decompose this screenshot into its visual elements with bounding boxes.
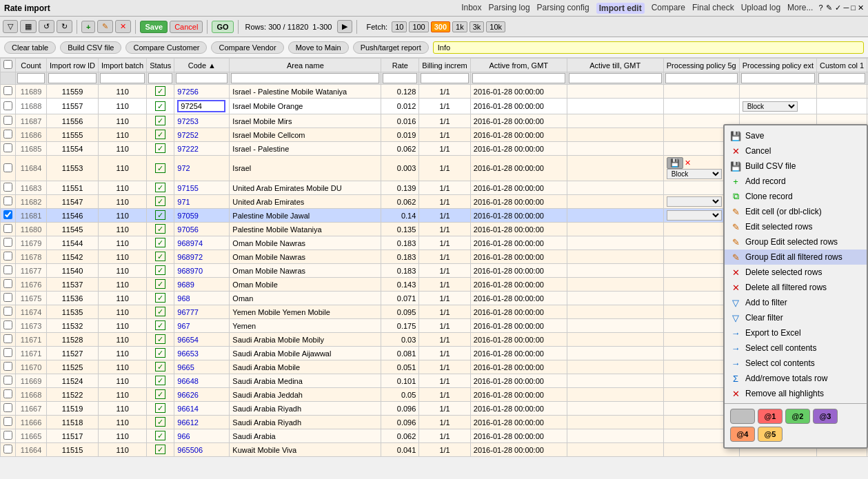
area-name-cell[interactable]: Saudi Arabia Medina: [230, 374, 381, 388]
menu-item-add-record[interactable]: +Add record: [725, 174, 867, 189]
menu-item-group-edit-selected-rows[interactable]: ✎Group Edit selected rows: [725, 234, 867, 249]
active-from-cell[interactable]: 2016-01-28 00:00:00: [470, 209, 567, 223]
fetch-300[interactable]: 300: [431, 21, 450, 32]
active-from-cell[interactable]: 2016-01-28 00:00:00: [470, 319, 567, 333]
nav-parsing-config[interactable]: Parsing config: [537, 3, 589, 14]
menu-item-cancel[interactable]: ✕Cancel: [725, 143, 867, 159]
active-from-cell[interactable]: 2016-01-28 00:00:00: [470, 99, 567, 114]
row-checkbox-cell[interactable]: [1, 429, 16, 443]
rate-cell[interactable]: 0.14: [381, 209, 419, 223]
area-name-cell[interactable]: Israel - Palestine Mobile Wataniya: [230, 85, 381, 99]
row-checkbox[interactable]: [3, 116, 12, 125]
row-checkbox-cell[interactable]: [1, 85, 16, 99]
color-button-default[interactable]: [730, 409, 755, 424]
color-button-@5[interactable]: @5: [758, 427, 783, 442]
code-value[interactable]: 96648: [177, 377, 199, 385]
row-checkbox-cell[interactable]: [1, 195, 16, 209]
active-from-cell[interactable]: 2016-01-28 00:00:00: [470, 388, 567, 402]
active-from-cell[interactable]: 2016-01-28 00:00:00: [470, 429, 567, 443]
code-cell[interactable]: 9665: [174, 360, 230, 374]
menu-item-build-csv-file[interactable]: 💾Build CSV file: [725, 159, 867, 174]
row-checkbox-cell[interactable]: [1, 347, 16, 360]
checkbox-header[interactable]: [1, 59, 16, 72]
proc-5g-clear[interactable]: ✕: [685, 159, 691, 167]
refresh-all-button[interactable]: ↻: [57, 20, 72, 33]
area-name-cell[interactable]: Saudi Arabia Mobile: [230, 360, 381, 374]
select-all-checkbox[interactable]: [3, 60, 12, 69]
proc-5g-select[interactable]: [667, 196, 722, 207]
code-cell[interactable]: 968970: [174, 264, 230, 278]
refresh-button[interactable]: ↺: [39, 20, 54, 33]
nav-upload-log[interactable]: Upload log: [741, 3, 780, 14]
col-header-code[interactable]: Code ▲: [174, 59, 230, 72]
rate-cell[interactable]: 0.135: [381, 223, 419, 236]
proc-ext-select[interactable]: Block: [743, 101, 798, 112]
filter-billing-input[interactable]: [421, 73, 468, 83]
rate-cell[interactable]: 0.096: [381, 416, 419, 429]
code-cell[interactable]: 96653: [174, 347, 230, 360]
help-icon[interactable]: ?: [818, 3, 822, 12]
filter-processing-5g-input[interactable]: [665, 73, 738, 83]
nav-inbox[interactable]: Inbox: [461, 3, 481, 14]
active-from-cell[interactable]: 2016-01-28 00:00:00: [470, 347, 567, 360]
minimize-icon[interactable]: ─: [844, 3, 849, 12]
fetch-1k[interactable]: 1k: [452, 21, 467, 32]
rate-cell[interactable]: 0.003: [381, 156, 419, 181]
menu-item-delete-selected-rows[interactable]: ✕Delete selected rows: [725, 265, 867, 280]
code-edit-input[interactable]: [177, 100, 225, 112]
code-cell[interactable]: 968972: [174, 250, 230, 264]
code-value[interactable]: 97059: [177, 212, 199, 220]
delete-button[interactable]: ✕: [115, 20, 131, 33]
area-name-cell[interactable]: Israel: [230, 156, 381, 181]
compare-customer-button[interactable]: Compare Customer: [125, 41, 207, 54]
menu-item-edit-cell-or-dbl-click[interactable]: ✎Edit cell (or dbl-click): [725, 204, 867, 219]
row-checkbox-cell[interactable]: [1, 209, 16, 223]
rate-cell[interactable]: 0.101: [381, 374, 419, 388]
color-button-@3[interactable]: @3: [813, 409, 838, 424]
active-from-cell[interactable]: 2016-01-28 00:00:00: [470, 195, 567, 209]
nav-compare[interactable]: Compare: [652, 3, 685, 14]
next-page-button[interactable]: ▶: [337, 20, 352, 33]
row-checkbox[interactable]: [3, 389, 12, 398]
row-checkbox-cell[interactable]: [1, 388, 16, 402]
code-value[interactable]: 96612: [177, 418, 199, 427]
close-icon[interactable]: ✕: [858, 3, 864, 12]
code-value[interactable]: 96777: [177, 308, 199, 316]
col-header-active-till[interactable]: Active till, GMT: [567, 59, 663, 72]
rate-cell[interactable]: 0.175: [381, 319, 419, 333]
row-checkbox-cell[interactable]: [1, 181, 16, 195]
proc-5g-select[interactable]: ▼: [667, 210, 722, 221]
filter-custom1-input[interactable]: [818, 73, 865, 83]
filter-status-input[interactable]: [148, 73, 172, 83]
code-value[interactable]: 9665: [177, 363, 194, 371]
code-value[interactable]: 971: [177, 198, 190, 206]
edit-icon[interactable]: ✎: [826, 3, 832, 12]
row-checkbox-cell[interactable]: [1, 292, 16, 305]
filter-count-input[interactable]: [17, 73, 45, 83]
row-checkbox-cell[interactable]: [1, 99, 16, 114]
active-from-cell[interactable]: 2016-01-28 00:00:00: [470, 264, 567, 278]
rate-cell[interactable]: 0.183: [381, 236, 419, 250]
code-cell[interactable]: 96648: [174, 374, 230, 388]
row-checkbox-cell[interactable]: [1, 333, 16, 347]
col-header-rate[interactable]: Rate: [381, 59, 419, 72]
processing-5g-cell[interactable]: [663, 85, 739, 99]
area-name-cell[interactable]: Saudi Arabia Mobile Aijawwal: [230, 347, 381, 360]
row-checkbox-cell[interactable]: [1, 264, 16, 278]
filter-import-row-id-input[interactable]: [48, 73, 97, 83]
active-from-cell[interactable]: 2016-01-28 00:00:00: [470, 333, 567, 347]
row-checkbox-cell[interactable]: [1, 142, 16, 156]
row-checkbox[interactable]: [3, 334, 12, 343]
rate-cell[interactable]: 0.012: [381, 99, 419, 114]
row-checkbox-cell[interactable]: [1, 360, 16, 374]
code-cell[interactable]: 97155: [174, 181, 230, 195]
active-from-cell[interactable]: 2016-01-28 00:00:00: [470, 250, 567, 264]
active-from-cell[interactable]: 2016-01-28 00:00:00: [470, 402, 567, 416]
check-icon[interactable]: ✓: [835, 3, 841, 12]
menu-item-clear-filter[interactable]: ▽Clear filter: [725, 310, 867, 325]
filter-import-batch-input[interactable]: [100, 73, 145, 83]
active-from-cell[interactable]: 2016-01-28 00:00:00: [470, 128, 567, 142]
code-value[interactable]: 972: [177, 164, 190, 172]
processing-ext-cell[interactable]: Block: [739, 99, 816, 114]
row-checkbox-cell[interactable]: [1, 114, 16, 128]
